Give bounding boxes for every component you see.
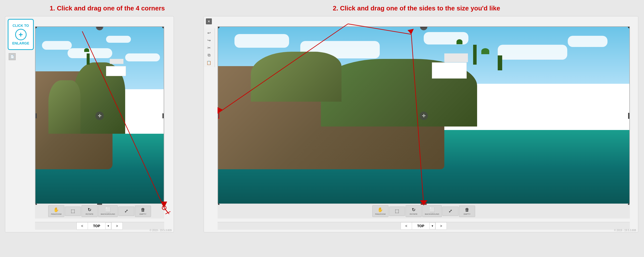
right-top-handle[interactable] <box>421 26 427 28</box>
select-btn[interactable]: ⬚ <box>65 206 81 216</box>
right-rotate-btn[interactable]: ↻ ROTATE <box>406 205 422 217</box>
paste-icon[interactable]: 📋 <box>206 59 212 66</box>
right-handle[interactable] <box>162 113 164 118</box>
left-nav: < TOP ▾ > <box>35 222 164 230</box>
step1-instruction: 1. Click and drag one of the 4 corners <box>50 5 165 12</box>
prev-btn-right[interactable]: < <box>400 222 412 230</box>
empty-label: EMPTY <box>140 213 146 215</box>
right-move-handle[interactable]: ✛ <box>420 112 428 120</box>
right-fit-btn[interactable]: ⤢ <box>442 206 458 216</box>
right-left-handle[interactable] <box>218 113 219 119</box>
right-panel-sidebar: ↩ ↪ ✂ ⧉ 📋 <box>204 28 215 67</box>
click-to-text: CLICK TO <box>13 24 29 28</box>
step2-instruction: 2. Click and drag one of the sides to th… <box>333 5 500 12</box>
bg-btn[interactable]: ⬜ BACKGROUND <box>98 205 118 217</box>
left-canvas[interactable]: ↻ ✛ <box>35 26 164 205</box>
next-btn-left[interactable]: > <box>111 222 123 230</box>
pan-zoom-label: PAN/ZOOM <box>51 213 61 215</box>
click-to-enlarge-badge[interactable]: CLICK TO + ENLARGE <box>8 19 34 50</box>
svg-line-6 <box>168 211 170 213</box>
top-handle[interactable] <box>97 26 102 28</box>
right-nav: < TOP ▾ > <box>218 222 630 230</box>
version-right: © 2019 - 19.5.3.808 <box>614 229 636 232</box>
redo-icon[interactable]: ↪ <box>206 37 212 44</box>
copy-icon[interactable]: ⧉ <box>206 52 212 59</box>
right-right-handle[interactable] <box>628 113 630 119</box>
close-button[interactable]: ✕ <box>206 18 212 24</box>
rotate-label: ROTATE <box>86 213 94 215</box>
pan-zoom-btn[interactable]: ✋ PAN/ZOOM <box>48 205 64 217</box>
dropdown-arrow-right[interactable]: ▾ <box>430 222 436 229</box>
plus-circle-icon: + <box>15 29 26 40</box>
left-toolbar: ✋ PAN/ZOOM ⬚ ↻ ROTATE ⬜ BACKGROUND ⤢ 🗑 <box>35 203 164 218</box>
svg-line-5 <box>166 213 168 214</box>
top-label-right: TOP <box>412 222 430 230</box>
dropdown-arrow-left[interactable]: ▾ <box>105 222 111 229</box>
empty-btn[interactable]: 🗑 EMPTY <box>135 205 151 217</box>
right-select-btn[interactable]: ⬚ <box>389 206 405 216</box>
rotate-btn[interactable]: ↻ ROTATE <box>82 205 98 217</box>
top-label-left: TOP <box>88 222 105 230</box>
move-handle[interactable]: ✛ <box>95 112 104 120</box>
right-bg-btn[interactable]: ⬜ BACKGROUND <box>422 205 442 217</box>
svg-line-4 <box>164 208 168 213</box>
enlarge-text: ENLARGE <box>12 41 29 45</box>
svg-line-3 <box>164 208 169 214</box>
right-pan-btn[interactable]: ✋ PAN/ZOOM <box>372 205 388 217</box>
prev-btn-left[interactable]: < <box>76 222 88 230</box>
undo-icon[interactable]: ↩ <box>206 29 212 36</box>
left-panel: CLICK TO + ENLARGE 📄 <box>5 16 174 232</box>
version-left: © 2019 - 19.5.3.809 <box>150 229 172 232</box>
right-canvas[interactable]: ↻ ✛ <box>218 26 630 205</box>
right-empty-btn[interactable]: 🗑 EMPTY <box>459 205 475 217</box>
left-handle[interactable] <box>35 113 37 118</box>
right-toolbar: ✋ PAN/ZOOM ⬚ ↻ ROTATE ⬜ BACKGROUND ⤢ 🗑 <box>218 203 630 218</box>
page-icon: 📄 <box>9 53 16 60</box>
next-btn-right[interactable]: > <box>436 222 447 230</box>
cut-icon[interactable]: ✂ <box>206 44 212 51</box>
fit-btn[interactable]: ⤢ <box>118 206 134 216</box>
right-panel: ✕ ↩ ↪ ✂ ⧉ 📋 <box>204 16 638 232</box>
bg-label: BACKGROUND <box>101 213 115 215</box>
